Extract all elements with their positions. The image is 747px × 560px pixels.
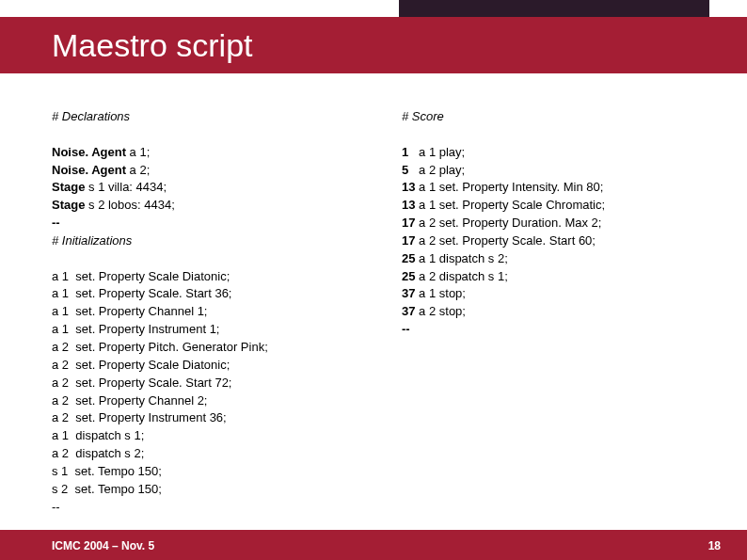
code-line: 37 a 1 stop; — [402, 285, 695, 303]
time-index: 37 — [402, 304, 415, 318]
time-index: 25 — [402, 269, 415, 283]
code-line: s 2 set. Tempo 150; — [52, 481, 345, 499]
footer-left-text: ICMC 2004 – Nov. 5 — [52, 539, 154, 552]
keyword: Noise. Agent — [52, 145, 130, 159]
code-line: 25 a 2 dispatch s 1; — [402, 268, 695, 286]
title-bar: Maestro script — [0, 17, 747, 73]
code-line: a 1 set. Property Channel 1; — [52, 303, 345, 321]
code-rest: s 1 villa: 4434; — [88, 180, 167, 194]
left-body-block: a 1 set. Property Scale Diatonic;a 1 set… — [52, 268, 345, 517]
code-rest: a 1 dispatch s 2; — [415, 251, 507, 265]
code-line: a 1 set. Property Scale Diatonic; — [52, 268, 345, 286]
slide-title: Maestro script — [52, 27, 253, 64]
score-heading: # Score — [402, 108, 695, 126]
code-rest: a 1 stop; — [415, 286, 465, 300]
time-index: 13 — [402, 198, 415, 212]
code-line: a 2 set. Property Scale. Start 72; — [52, 375, 345, 392]
code-line: 13 a 1 set. Property Scale Chromatic; — [402, 197, 695, 215]
time-index: 37 — [402, 286, 415, 300]
code-line: 25 a 1 dispatch s 2; — [402, 250, 695, 268]
code-rest: a 2 set. Property Scale. Start 60; — [415, 233, 595, 248]
code-rest: a 1; — [130, 145, 151, 159]
code-line: 17 a 2 set. Property Duration. Max 2; — [402, 215, 695, 232]
declarations-block: Noise. Agent a 1;Noise. Agent a 2;Stage … — [52, 144, 345, 232]
content-area: # Declarations Noise. Agent a 1;Noise. A… — [52, 108, 695, 508]
code-line: a 2 set. Property Instrument 36; — [52, 409, 345, 427]
time-index: 13 — [402, 180, 415, 194]
code-line: a 2 set. Property Scale Diatonic; — [52, 357, 345, 375]
code-line: -- — [402, 321, 695, 339]
time-index: -- — [402, 322, 410, 336]
code-line: 1 a 1 play; — [402, 144, 695, 162]
code-rest: a 2 stop; — [415, 304, 465, 318]
code-rest: s 2 lobos: 4434; — [88, 198, 175, 212]
code-line: Stage s 1 villa: 4434; — [52, 179, 345, 197]
code-line: a 2 set. Property Channel 2; — [52, 392, 345, 410]
right-column: # Score 1 a 1 play;5 a 2 play;13 a 1 set… — [402, 108, 695, 508]
keyword: -- — [52, 216, 60, 230]
code-line: a 1 set. Property Instrument 1; — [52, 321, 345, 339]
decorative-top-block — [399, 0, 709, 17]
code-line: a 2 set. Property Pitch. Generator Pink; — [52, 339, 345, 357]
code-rest: a 2 dispatch s 1; — [415, 269, 507, 283]
code-line: a 2 dispatch s 2; — [52, 445, 345, 463]
code-line: 13 a 1 set. Property Intensity. Min 80; — [402, 179, 695, 197]
code-rest: a 1 set. Property Intensity. Min 80; — [415, 180, 603, 194]
score-block: 1 a 1 play;5 a 2 play;13 a 1 set. Proper… — [402, 144, 695, 339]
code-line: -- — [52, 215, 345, 232]
code-line: Noise. Agent a 1; — [52, 144, 345, 162]
code-rest: a 2 play; — [408, 163, 465, 177]
code-line: a 1 dispatch s 1; — [52, 427, 345, 445]
keyword: Stage — [52, 180, 88, 194]
time-index: 17 — [402, 216, 415, 230]
code-rest: a 2 set. Property Duration. Max 2; — [415, 216, 601, 230]
code-rest: a 2; — [130, 163, 151, 177]
code-rest: a 1 set. Property Scale Chromatic; — [415, 198, 605, 212]
time-index: 25 — [402, 251, 415, 265]
code-rest: a 1 play; — [408, 145, 465, 159]
code-line: 37 a 2 stop; — [402, 303, 695, 321]
keyword: Noise. Agent — [52, 163, 130, 177]
code-line: Stage s 2 lobos: 4434; — [52, 197, 345, 215]
initializations-heading: # Initializations — [52, 232, 345, 250]
code-line: 5 a 2 play; — [402, 162, 695, 180]
time-index: 17 — [402, 233, 415, 248]
keyword: Stage — [52, 198, 88, 212]
left-column: # Declarations Noise. Agent a 1;Noise. A… — [52, 108, 345, 508]
code-line: a 1 set. Property Scale. Start 36; — [52, 285, 345, 303]
code-line: s 1 set. Tempo 150; — [52, 463, 345, 481]
code-line: -- — [52, 499, 345, 517]
footer-page-number: 18 — [708, 539, 721, 552]
declarations-heading: # Declarations — [52, 108, 345, 126]
code-line: Noise. Agent a 2; — [52, 162, 345, 180]
code-line: 17 a 2 set. Property Scale. Start 60; — [402, 232, 695, 250]
